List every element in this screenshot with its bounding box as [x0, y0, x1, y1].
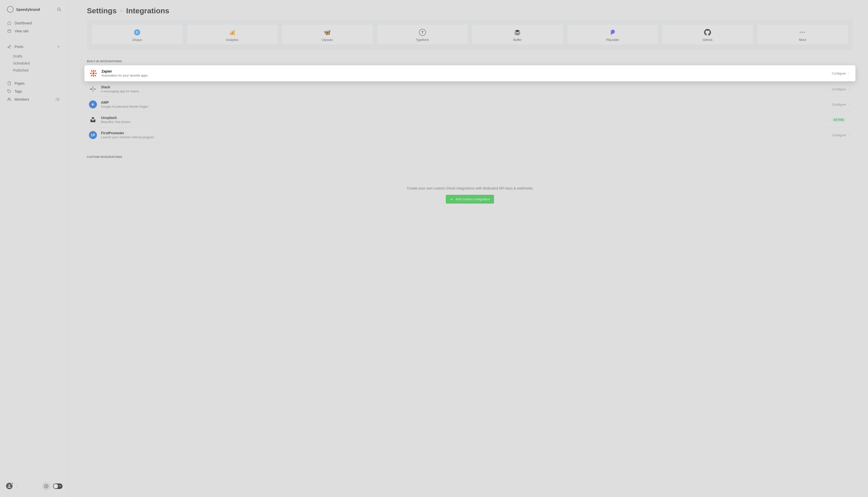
configure-amp[interactable]: Configure — [832, 103, 851, 106]
plus-icon — [450, 198, 453, 201]
svg-rect-24 — [94, 70, 96, 72]
sidebar-item-pages[interactable]: Pages — [2, 79, 66, 87]
site-name: Speedybrand — [16, 7, 40, 12]
sidebar-label-pages: Pages — [15, 81, 25, 85]
svg-point-9 — [46, 486, 47, 487]
sidebar-label-tags: Tags — [15, 89, 22, 94]
users-icon — [7, 97, 12, 102]
sidebar-item-members[interactable]: Members 0 — [2, 95, 66, 103]
sidebar-item-published[interactable]: Published — [13, 67, 68, 74]
svg-rect-19 — [93, 75, 94, 77]
more-dots-icon: ••• — [799, 29, 807, 36]
zapier-icon — [89, 69, 97, 77]
configure-slack[interactable]: Configure — [832, 87, 851, 91]
user-menu[interactable] — [6, 483, 13, 490]
builtin-heading: Built-in integrations — [87, 60, 853, 65]
site-header[interactable]: Speedybrand — [0, 6, 68, 17]
main-content: Settings Integrations D Disqus Analytics… — [68, 0, 868, 497]
custom-heading: Custom integrations — [87, 155, 853, 161]
chevron-right-icon — [848, 118, 851, 121]
chevron-right-icon — [848, 88, 851, 90]
page-title: Integrations — [126, 6, 169, 15]
integration-row-firstpromoter[interactable]: 1P FirstPromoter Launch your member refe… — [87, 127, 853, 143]
gallery-label-typeform: Typeform — [416, 38, 429, 42]
gallery-card-ulysses[interactable]: 🦋 Ulysses — [282, 25, 373, 45]
chevron-right-icon — [848, 133, 851, 137]
svg-rect-18 — [93, 70, 94, 72]
gallery-card-github[interactable]: GitHub — [662, 25, 753, 45]
gallery-card-disqus[interactable]: D Disqus — [92, 25, 183, 45]
sidebar-item-posts[interactable]: Posts — [2, 43, 66, 51]
gallery-card-plausible[interactable]: Plausible — [568, 25, 658, 45]
home-icon — [7, 21, 12, 25]
unsplash-icon — [89, 116, 97, 124]
sidebar-item-drafts[interactable]: Drafts — [13, 53, 68, 60]
typeform-icon: T — [419, 29, 426, 36]
integration-row-slack[interactable]: Slack A messaging app for teams Configur… — [87, 81, 853, 97]
svg-text:D: D — [136, 30, 138, 34]
settings-button[interactable] — [42, 482, 51, 491]
breadcrumb-settings[interactable]: Settings — [87, 6, 116, 15]
integration-row-unsplash[interactable]: Unsplash Beautiful, free photos ACTIVE — [87, 112, 853, 127]
sidebar-item-view-site[interactable]: View site — [2, 27, 66, 35]
gallery-label-plausible: Plausible — [606, 38, 619, 42]
disqus-icon: D — [134, 29, 141, 36]
plus-icon[interactable] — [56, 45, 60, 49]
integration-desc-unsplash: Beautiful, free photos — [101, 120, 130, 124]
integration-desc-firstpromoter: Launch your member referral program — [101, 136, 154, 139]
gallery-label-ulysses: Ulysses — [322, 38, 333, 42]
active-badge: ACTIVE — [831, 118, 846, 122]
breadcrumb: Settings Integrations — [87, 6, 853, 15]
svg-rect-21 — [95, 73, 97, 74]
gallery-label-more: More — [799, 38, 806, 42]
analytics-icon — [228, 29, 236, 36]
sidebar-label-view-site: View site — [15, 29, 29, 33]
svg-point-7 — [8, 98, 9, 99]
slack-icon — [89, 85, 97, 93]
sidebar-item-dashboard[interactable]: Dashboard — [2, 19, 66, 27]
browser-icon — [7, 29, 12, 33]
svg-rect-14 — [233, 30, 235, 35]
integration-desc-amp: Google Accelerated Mobile Pages — [101, 105, 148, 109]
search-icon[interactable] — [56, 7, 61, 12]
integration-row-zapier[interactable]: Zapier Automation for your favorite apps… — [84, 65, 855, 81]
svg-rect-25 — [91, 74, 93, 76]
svg-line-1 — [60, 10, 60, 11]
gear-icon — [44, 484, 48, 488]
tag-icon — [7, 89, 12, 94]
members-count-badge: 0 — [55, 97, 60, 101]
gallery-label-github: GitHub — [703, 38, 713, 42]
theme-toggle[interactable]: ☀ — [53, 483, 62, 489]
svg-rect-12 — [230, 33, 231, 35]
builtin-integrations-section: Built-in integrations Zapier Automation … — [87, 60, 853, 143]
integration-name-zapier: Zapier — [101, 69, 148, 73]
sidebar-item-scheduled[interactable]: Scheduled — [13, 60, 68, 67]
svg-rect-27 — [94, 89, 96, 90]
svg-rect-2 — [8, 30, 11, 33]
integration-name-slack: Slack — [101, 85, 139, 89]
gallery-label-analytics: Analytics — [226, 38, 239, 42]
sidebar-item-tags[interactable]: Tags — [2, 87, 66, 95]
edit-icon — [7, 44, 12, 49]
chevron-down-icon[interactable] — [16, 485, 18, 488]
svg-rect-28 — [93, 90, 94, 92]
gallery-card-buffer[interactable]: Buffer — [472, 25, 563, 45]
chevron-right-icon — [120, 9, 123, 13]
status-unsplash[interactable]: ACTIVE — [831, 118, 851, 122]
configure-zapier[interactable]: Configure — [832, 72, 851, 75]
gallery-card-more[interactable]: ••• More — [757, 25, 848, 45]
svg-rect-29 — [90, 89, 93, 90]
svg-rect-26 — [93, 86, 94, 89]
add-custom-integration-button[interactable]: Add custom integration — [446, 195, 494, 203]
configure-firstpromoter[interactable]: Configure — [832, 133, 851, 137]
integration-row-amp[interactable]: AMP Google Accelerated Mobile Pages Conf… — [87, 97, 853, 112]
presence-indicator-icon — [11, 482, 14, 485]
svg-rect-23 — [94, 74, 96, 76]
chevron-right-icon — [848, 103, 851, 106]
site-logo-icon — [7, 6, 14, 13]
add-button-label: Add custom integration — [456, 197, 490, 201]
gallery-card-typeform[interactable]: T Typeform — [377, 25, 468, 45]
custom-integrations-section: Custom integrations Create your own cust… — [87, 155, 853, 218]
firstpromoter-icon: 1P — [89, 131, 97, 139]
gallery-card-analytics[interactable]: Analytics — [187, 25, 278, 45]
